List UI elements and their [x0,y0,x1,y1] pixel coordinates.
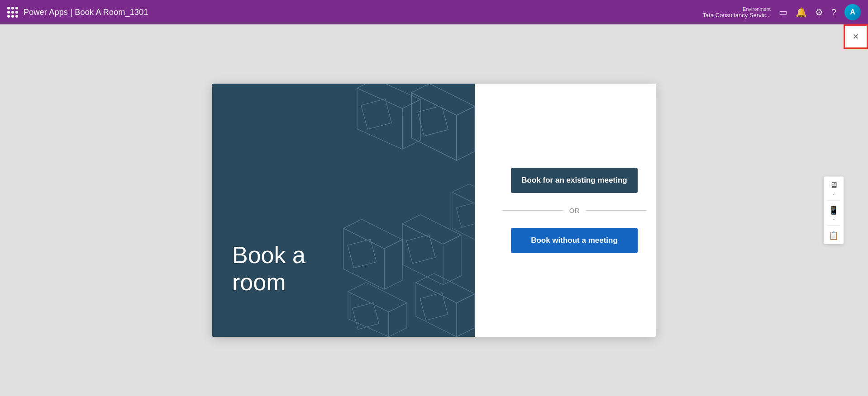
svg-marker-13 [343,228,384,289]
side-panel: 🖥 ⌄ 📱 ⌄ 📋 [824,177,844,244]
phone-icon-panel[interactable]: 📱 ⌄ [829,205,839,221]
svg-rect-24 [420,292,448,320]
calendar-icon-panel[interactable]: 📋 [829,231,839,240]
svg-marker-21 [416,283,457,337]
book-existing-button[interactable]: Book for an existing meeting [511,168,638,193]
environment-info: Environment Tata Consultancy Servic... [703,6,771,19]
svg-marker-9 [357,88,402,149]
modal-card: Book a room Book for an existing meeting… [212,84,656,337]
modal-title: Book a room [232,242,305,296]
svg-marker-23 [416,273,475,303]
close-button[interactable]: × [844,24,868,49]
or-line-left [502,210,563,211]
svg-rect-32 [456,203,475,227]
share-icon[interactable]: ▭ [779,7,787,18]
or-text: OR [569,207,580,214]
title-separator: | [70,8,75,17]
avatar[interactable]: A [844,4,861,20]
svg-rect-20 [406,235,435,264]
monitor-icon-panel[interactable]: 🖥 ⌄ [830,180,838,196]
svg-marker-17 [402,224,443,285]
book-without-button[interactable]: Book without a meeting [511,228,638,253]
topbar: Power Apps | Book A Room_1301 Environmen… [0,0,868,24]
modal-left-panel: Book a room [212,84,475,337]
or-line-right [586,210,647,211]
svg-marker-29 [452,192,475,246]
svg-rect-16 [348,239,377,268]
side-panel-divider-2 [827,226,840,226]
help-icon[interactable]: ? [831,7,836,18]
environment-name: Tata Consultancy Servic... [703,12,771,19]
environment-label: Environment [743,6,771,12]
svg-marker-31 [452,184,475,210]
apps-grid-icon[interactable] [7,7,18,18]
main-area: Book a room Book for an existing meeting… [0,24,868,396]
or-divider: OR [502,207,647,214]
svg-marker-11 [357,84,420,108]
svg-rect-4 [418,106,448,136]
app-title: Power Apps | Book A Room_1301 [24,8,148,17]
svg-marker-1 [411,93,457,160]
svg-marker-27 [348,283,407,312]
settings-icon[interactable]: ⚙ [815,7,823,18]
hex-pattern-svg [212,84,475,337]
bell-icon[interactable]: 🔔 [796,7,807,18]
svg-marker-26 [389,303,407,337]
svg-rect-12 [361,99,391,129]
svg-rect-28 [353,303,379,330]
side-panel-divider-1 [827,200,840,201]
svg-marker-0 [411,93,457,160]
modal-right-panel: Book for an existing meeting OR Book wit… [475,84,656,337]
svg-marker-22 [457,294,475,337]
svg-marker-2 [457,106,475,160]
